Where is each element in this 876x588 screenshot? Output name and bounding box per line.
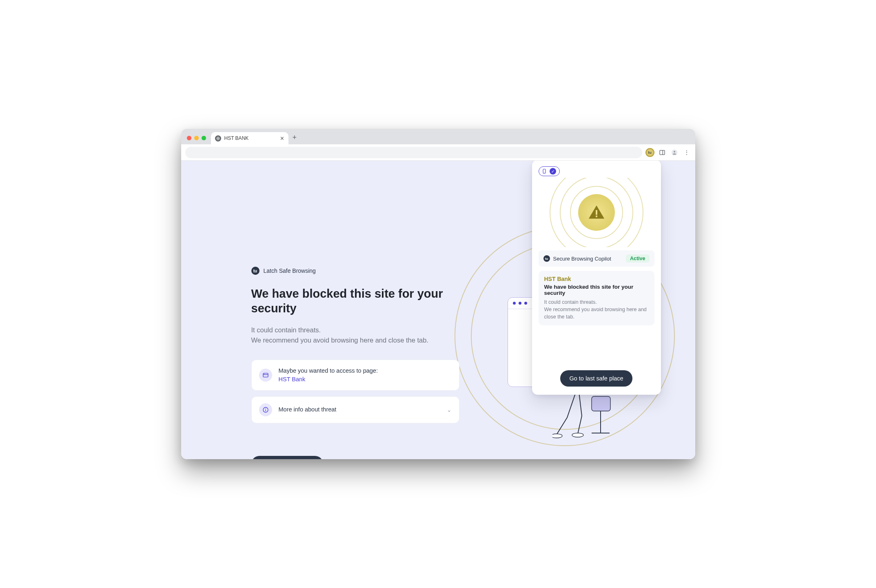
copilot-alert-card: HST Bank We have blocked this site for y… [539,271,654,325]
panel-toggle-icon[interactable] [658,148,667,157]
person-illustration-icon [552,389,622,450]
warning-disc-icon [578,194,615,231]
extension-badge-icon[interactable]: tu [645,148,654,157]
action-row: Go to last safe place Allow access to th… [251,456,459,459]
chevron-down-icon: ⌄ [447,407,452,413]
tab-close-icon[interactable]: ✕ [280,135,284,141]
browser-tab[interactable]: HST BANK ✕ [211,132,288,144]
brand-row: tu Latch Safe Browsing [251,267,459,275]
svg-rect-5 [592,396,610,411]
info-icon [259,403,272,416]
alert-heading: We have blocked this site for your secur… [544,284,649,296]
webpage-icon [259,369,272,382]
svg-rect-1 [660,150,665,155]
window-controls [186,136,208,144]
copilot-status-chip: Active [626,254,650,263]
more-info-card[interactable]: More info about threat ⌄ [251,396,459,423]
suggested-page-card[interactable]: Maybe you wanted to access to page: HST … [251,360,459,391]
copilot-status-row: tu Secure Browsing Copilot Active [539,250,654,267]
main-column: tu Latch Safe Browsing We have blocked t… [251,267,459,459]
more-info-label: More info about threat [279,405,440,414]
device-status-pill[interactable]: ✓ [539,166,560,176]
subtext-line-2: We recommend you avoid browsing here and… [251,335,459,346]
svg-point-17 [544,172,544,173]
alert-body-line-2: We recommend you avoid browsing here and… [544,306,649,321]
brand-name: Latch Safe Browsing [264,267,316,274]
svg-point-8 [552,434,562,438]
copilot-panel: ✓ tu Secure Browsing Copilot Active HST … [532,161,661,395]
overflow-menu-icon[interactable]: ⋮ [682,148,691,157]
alert-site-name: HST Bank [544,276,649,282]
panel-go-safe-button[interactable]: Go to last safe place [560,370,632,387]
panel-hero [539,178,654,247]
brand-badge-icon: tu [251,267,259,275]
maximize-window-icon[interactable] [202,136,206,140]
svg-point-4 [673,150,675,152]
svg-rect-15 [265,409,266,411]
alert-body-line-1: It could contain threats. [544,298,649,306]
svg-rect-18 [596,210,597,215]
copilot-status-label: Secure Browsing Copilot [553,256,623,262]
phone-icon [541,168,547,174]
minimize-window-icon[interactable] [194,136,199,140]
suggest-lead: Maybe you wanted to access to page: [279,367,452,375]
browser-toolbar: tu ⋮ [181,144,695,161]
profile-avatar-icon[interactable] [670,148,679,157]
tab-favicon-icon [215,135,221,141]
suggest-link[interactable]: HST Bank [279,375,452,384]
address-bar[interactable] [185,147,642,158]
go-safe-button[interactable]: Go to last safe place [251,456,323,459]
page-content: tu Latch Safe Browsing We have blocked t… [181,161,695,459]
new-tab-button[interactable]: + [291,133,299,144]
browser-window: HST BANK ✕ + tu ⋮ [181,129,695,459]
page-subtext: It could contain threats. We recommend y… [251,325,459,346]
tab-strip: HST BANK ✕ + [181,129,695,144]
subtext-line-1: It could contain threats. [251,325,459,336]
svg-rect-19 [596,216,597,217]
page-heading: We have blocked this site for your secur… [251,286,459,316]
close-window-icon[interactable] [187,136,191,140]
tab-title: HST BANK [224,135,249,141]
svg-point-9 [572,433,583,437]
check-icon: ✓ [550,168,556,175]
svg-rect-10 [263,373,268,377]
svg-point-14 [265,408,266,409]
copilot-badge-icon: tu [543,255,550,262]
svg-point-12 [264,374,264,374]
